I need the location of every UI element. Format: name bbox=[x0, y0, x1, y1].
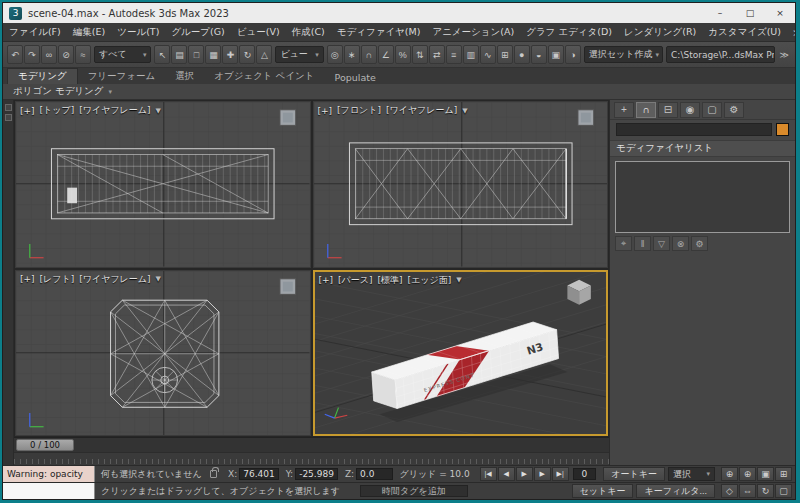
motion-tab-icon[interactable]: ◉ bbox=[680, 102, 700, 118]
object-color-swatch[interactable] bbox=[776, 123, 789, 136]
curve-editor-icon[interactable]: ∿ bbox=[480, 45, 496, 64]
polygon-modeling-tab[interactable]: ポリゴン モデリング bbox=[13, 85, 104, 98]
y-coordinate-field[interactable]: -25.989 bbox=[295, 468, 338, 480]
ribbon-tab[interactable]: Populate bbox=[325, 71, 386, 84]
project-folder-field[interactable]: C:\Storage\P...dsMax Project bbox=[666, 46, 775, 63]
create-tab-icon[interactable]: + bbox=[614, 102, 634, 118]
menu-item[interactable]: 編集(E) bbox=[67, 26, 111, 39]
view-cube[interactable] bbox=[280, 110, 296, 126]
viewport-front[interactable]: [+] [フロント] [ワイヤフレーム] ▼ bbox=[313, 101, 609, 268]
zoom-all-icon[interactable]: ⊕ bbox=[739, 467, 756, 481]
selection-set-combo[interactable]: 選択 ▾ bbox=[668, 467, 715, 481]
named-selection-sets-combo[interactable]: 選択セット作成 ▾ bbox=[584, 46, 663, 63]
chevron-down-icon[interactable]: ▼ bbox=[156, 107, 161, 115]
view-cube[interactable] bbox=[577, 110, 593, 126]
percent-snap-icon[interactable]: % bbox=[395, 45, 411, 64]
select-and-manipulate-icon[interactable]: ∗ bbox=[344, 45, 360, 64]
remove-modifier-icon[interactable]: ⊗ bbox=[672, 236, 689, 251]
viewport-menu-general[interactable]: [+] bbox=[20, 106, 35, 116]
macro-recorder-line[interactable]: Warning: opacity bbox=[3, 466, 95, 482]
redo-icon[interactable]: ↷ bbox=[24, 45, 40, 64]
time-slider[interactable]: 0 / 100 bbox=[14, 437, 609, 452]
viewport-menu-shading[interactable]: [ワイヤフレーム] bbox=[79, 273, 150, 286]
z-coordinate-field[interactable]: 0.0 bbox=[356, 468, 393, 480]
mirror-icon[interactable]: ⇄ bbox=[429, 45, 445, 64]
toolbar-overflow-chevron[interactable]: ≫ bbox=[778, 50, 791, 60]
menu-item[interactable]: ファイル(F) bbox=[3, 26, 67, 39]
close-button[interactable]: × bbox=[765, 3, 795, 23]
hierarchy-tab-icon[interactable]: ⊟ bbox=[658, 102, 678, 118]
maximize-viewport-icon[interactable]: ▢ bbox=[775, 484, 792, 498]
menu-item[interactable]: カスタマイズ(U) bbox=[702, 26, 787, 39]
viewport-left[interactable]: [+] [レフト] [ワイヤフレーム] ▼ bbox=[15, 270, 311, 437]
menu-item[interactable]: アニメーション(A) bbox=[426, 26, 520, 39]
listener-line[interactable] bbox=[3, 483, 95, 499]
selection-region-icon[interactable]: □ bbox=[188, 45, 204, 64]
selection-lock-icon[interactable] bbox=[210, 470, 217, 478]
viewport-menu-general[interactable]: [+] bbox=[20, 274, 35, 284]
ribbon-tab[interactable]: オブジェクト ペイント bbox=[204, 69, 324, 84]
auto-key-button[interactable]: オートキー bbox=[603, 467, 665, 481]
undo-icon[interactable]: ↶ bbox=[7, 45, 23, 64]
current-frame-field[interactable]: 0 bbox=[573, 468, 597, 480]
use-pivot-center-icon[interactable]: ◎ bbox=[327, 45, 343, 64]
pin-stack-icon[interactable]: ⌖ bbox=[615, 236, 632, 251]
material-editor-icon[interactable]: ● bbox=[514, 45, 530, 64]
select-and-rotate-icon[interactable]: ↻ bbox=[239, 45, 255, 64]
angle-snap-icon[interactable]: ∠ bbox=[378, 45, 394, 64]
viewport-layout-tab-icon[interactable] bbox=[5, 114, 12, 121]
selection-filter-combo[interactable]: すべて ▾ bbox=[94, 46, 151, 63]
viewport-menu-general[interactable]: [+] bbox=[319, 275, 334, 285]
utilities-tab-icon[interactable]: ⚙ bbox=[724, 102, 744, 118]
align-icon[interactable]: ≡ bbox=[446, 45, 462, 64]
modifier-list-dropdown[interactable]: モディファイヤリスト bbox=[610, 140, 795, 157]
chevron-down-icon[interactable]: ▼ bbox=[156, 275, 161, 283]
add-time-tag[interactable]: 時間タグを追加 bbox=[360, 485, 468, 497]
unlink-selection-icon[interactable]: ⊘ bbox=[58, 45, 74, 64]
viewport-menu-shading[interactable]: [ワイヤフレーム] bbox=[79, 104, 150, 117]
chevron-down-icon[interactable]: ▼ bbox=[462, 107, 467, 115]
viewport-menu-shading[interactable]: [ワイヤフレーム] bbox=[386, 104, 457, 117]
layer-manager-icon[interactable]: ▥ bbox=[463, 45, 479, 64]
play-button[interactable]: ▶ bbox=[516, 467, 533, 481]
set-key-button[interactable]: セットキー bbox=[572, 484, 634, 498]
bind-to-space-warp-icon[interactable]: ≈ bbox=[75, 45, 91, 64]
modify-tab-icon[interactable]: ∩ bbox=[636, 102, 656, 118]
go-to-start-button[interactable]: |◀ bbox=[480, 467, 497, 481]
render-icon[interactable]: ◑ bbox=[565, 45, 581, 64]
menu-item[interactable]: モディファイヤ(M) bbox=[331, 26, 427, 39]
go-to-end-button[interactable]: ▶| bbox=[552, 467, 569, 481]
next-frame-button[interactable]: ▶ bbox=[534, 467, 551, 481]
track-bar[interactable] bbox=[14, 452, 609, 465]
minimize-button[interactable]: – bbox=[705, 3, 735, 23]
viewport-layout-tab-icon[interactable] bbox=[5, 104, 12, 111]
object-name-field[interactable] bbox=[616, 123, 772, 136]
menu-item[interactable]: グラフ エディタ(D) bbox=[520, 26, 618, 39]
viewport-menu-pov[interactable]: [パース] bbox=[338, 274, 372, 287]
ribbon-tab[interactable]: モデリング bbox=[7, 68, 78, 84]
schematic-view-icon[interactable]: ⊞ bbox=[497, 45, 513, 64]
make-unique-icon[interactable]: ▽ bbox=[653, 236, 670, 251]
x-coordinate-field[interactable]: 76.401 bbox=[239, 468, 279, 480]
window-crossing-icon[interactable]: ▦ bbox=[205, 45, 221, 64]
ribbon-tab[interactable]: フリーフォーム bbox=[78, 69, 166, 84]
zoom-extents-icon[interactable]: ▣ bbox=[757, 467, 774, 481]
render-setup-icon[interactable]: ◒ bbox=[531, 45, 547, 64]
view-cube[interactable] bbox=[280, 278, 296, 294]
menu-item[interactable]: ツール(T) bbox=[111, 26, 165, 39]
viewport-menu-pov[interactable]: [フロント] bbox=[337, 104, 381, 117]
snap-toggle-icon[interactable]: ∩ bbox=[361, 45, 377, 64]
spinner-snap-icon[interactable]: ⇅ bbox=[412, 45, 428, 64]
viewport-menu-general[interactable]: [+] bbox=[318, 106, 333, 116]
chevron-down-icon[interactable]: ▼ bbox=[456, 276, 461, 284]
reference-coordinate-combo[interactable]: ビュー ▾ bbox=[275, 46, 323, 63]
select-and-link-icon[interactable]: ∞ bbox=[41, 45, 57, 64]
rendered-frame-icon[interactable]: ▣ bbox=[548, 45, 564, 64]
pan-icon[interactable]: ⇔ bbox=[739, 484, 756, 498]
viewport-top[interactable]: [+] [トップ] [ワイヤフレーム] ▼ bbox=[15, 101, 311, 268]
modifier-stack[interactable] bbox=[615, 161, 790, 233]
key-filters-button[interactable]: キーフィルタ... bbox=[636, 484, 715, 498]
menu-item[interactable]: レンダリング(R) bbox=[618, 26, 702, 39]
show-end-result-icon[interactable]: ‖ bbox=[634, 236, 651, 251]
zoom-icon[interactable]: ⊕ bbox=[721, 467, 738, 481]
